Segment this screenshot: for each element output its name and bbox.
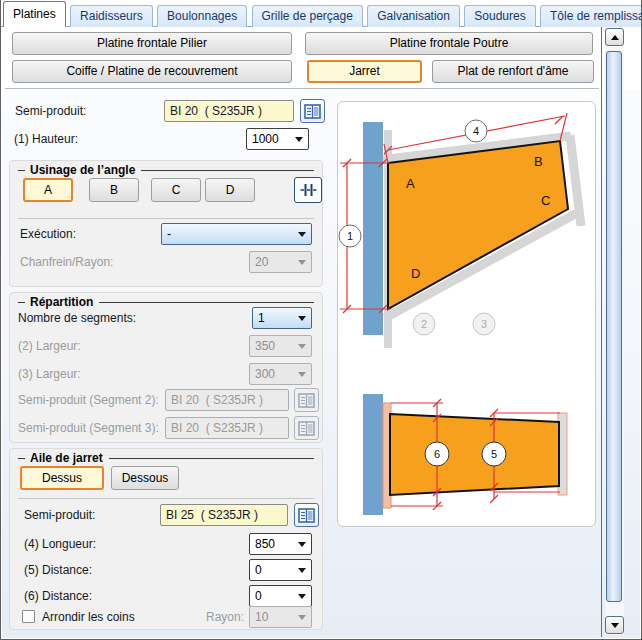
distance-6-value: 0 [255,589,262,603]
corner-b-button[interactable]: B [89,178,139,202]
usinage-angle-group: Usinage de l’angle A B C D Exécution: - … [9,160,323,287]
coiffe-platine-recouvrement-button[interactable]: Coiffe / Platine de recouvrement [12,60,292,83]
scroll-up-button[interactable] [605,28,624,46]
semi-produit-segment-2-field: BI 20 ( S235JR ) [165,389,289,411]
flange-plan-view: 6 5 [363,394,567,515]
scroll-down-button[interactable] [605,616,624,634]
side-elevation-view: A B C D 1 [339,113,581,348]
chevron-down-icon [298,568,306,573]
tab-raidisseurs[interactable]: Raidisseurs [70,5,153,27]
semi-produit-catalog-button[interactable] [300,99,325,123]
table-icon [298,421,315,436]
aile-semi-produit-field[interactable]: BI 25 ( S235JR ) [160,504,288,526]
segment-2-catalog-button [294,388,319,412]
nombre-segments-dropdown[interactable]: 1 [252,307,312,329]
execution-dropdown[interactable]: - [161,223,312,245]
haunch-flange-plate [390,414,559,495]
mirror-corners-button[interactable] [294,177,322,203]
dim-circle-4-text: 4 [473,125,479,137]
corner-label-d: D [411,266,420,281]
tab-boulonnages[interactable]: Boulonnages [157,5,247,27]
platine-frontale-poutre-button[interactable]: Platine frontale Poutre [305,32,593,55]
arrow-up-icon [611,35,619,40]
dim-circle-2-text: 2 [421,318,427,330]
rayon-dropdown: 10 [249,606,312,628]
column-profile [363,122,383,335]
haunch-diagram: A B C D 1 [338,102,595,526]
longueur-value: 850 [255,537,275,551]
toolbar-separator [5,88,599,89]
largeur-2-value: 350 [255,339,275,353]
longueur-dropdown[interactable]: 850 [249,533,312,555]
tab-bar: Platines Raidisseurs Boulonnages Grille … [3,0,640,26]
rayon-label: Rayon: [196,610,244,624]
largeur-3-value: 300 [255,367,275,381]
largeur-2-dropdown: 350 [249,335,312,357]
distance-5-dropdown[interactable]: 0 [249,559,312,581]
execution-value: - [167,227,171,241]
chevron-down-icon [298,594,306,599]
usinage-angle-title: Usinage de l’angle [18,163,314,177]
chanfrein-rayon-label: Chanfrein/Rayon: [20,255,113,269]
semi-produit-label: Semi-produit: [15,104,86,118]
nombre-segments-value: 1 [258,311,265,325]
group-separator [18,218,314,219]
dim-circle-3-text: 3 [481,318,487,330]
semi-produit-segment-3-field: BI 20 ( S235JR ) [165,417,289,439]
tab-tole-de-remplissage[interactable]: Tôle de remplissage [540,5,642,27]
table-icon [298,508,315,523]
mirror-icon [300,183,317,197]
chevron-down-icon [298,344,306,349]
tab-platines[interactable]: Platines [3,1,66,27]
distance-6-dropdown[interactable]: 0 [249,585,312,607]
tab-soudures[interactable]: Soudures [464,5,535,27]
platine-frontale-pilier-button[interactable]: Platine frontale Pilier [12,32,292,55]
tab-galvanisation[interactable]: Galvanisation [367,5,460,27]
corner-label-a: A [406,176,415,191]
chanfrein-rayon-value: 20 [255,255,268,269]
dim-circle-1-text: 1 [347,230,353,242]
chevron-down-icon [298,316,306,321]
tab-grille-de-percage[interactable]: Grille de perçage [252,5,363,27]
semi-produit-field[interactable]: BI 20 ( S235JR ) [164,100,294,122]
dessus-button[interactable]: Dessus [20,466,104,490]
chevron-down-icon [298,542,306,547]
chevron-down-icon [298,260,306,265]
longueur-label: (4) Longueur: [24,537,96,551]
largeur-3-dropdown: 300 [249,363,312,385]
rayon-value: 10 [255,610,268,624]
content-right-border [601,27,602,637]
chevron-down-icon [298,615,306,620]
table-icon [304,104,321,119]
corner-label-c: C [541,193,550,208]
corner-c-button[interactable]: C [151,178,201,202]
chevron-down-icon [298,372,306,377]
hauteur-dropdown[interactable]: 1000 [246,128,309,150]
arrondir-les-coins-checkbox[interactable] [22,610,35,623]
haunch-preview-panel: A B C D 1 [337,101,596,527]
corner-label-b: B [534,154,543,169]
distance-5-value: 0 [255,563,262,577]
haunch-dialog-window: Platines Raidisseurs Boulonnages Grille … [0,0,642,640]
dim-circle-5-text: 5 [491,448,497,460]
distance-5-label: (5) Distance: [24,563,92,577]
plat-renfort-ame-button[interactable]: Plat de renfort d'âme [432,60,594,83]
corner-a-button[interactable]: A [23,178,73,202]
group-separator [18,498,314,499]
dessous-button[interactable]: Dessous [111,466,179,490]
corner-d-button[interactable]: D [205,178,255,202]
semi-produit-segment-3-label: Semi-produit (Segment 3): [18,421,159,435]
hauteur-label: (1) Hauteur: [14,132,78,146]
jarret-button[interactable]: Jarret [307,60,422,83]
chevron-down-icon [295,137,303,142]
aile-de-jarret-title: Aile de jarret [18,451,314,465]
nombre-segments-label: Nombre de segments: [18,311,136,325]
arrow-down-icon [611,623,619,628]
chanfrein-rayon-dropdown: 20 [249,251,312,273]
arrondir-les-coins-label: Arrondir les coins [42,610,135,624]
scrollbar-thumb[interactable] [606,51,622,602]
semi-produit-segment-2-label: Semi-produit (Segment 2): [18,393,159,407]
table-icon [298,393,315,408]
repartition-group: Répartition Nombre de segments: 1 (2) La… [9,292,323,443]
aile-semi-produit-catalog-button[interactable] [294,503,319,527]
